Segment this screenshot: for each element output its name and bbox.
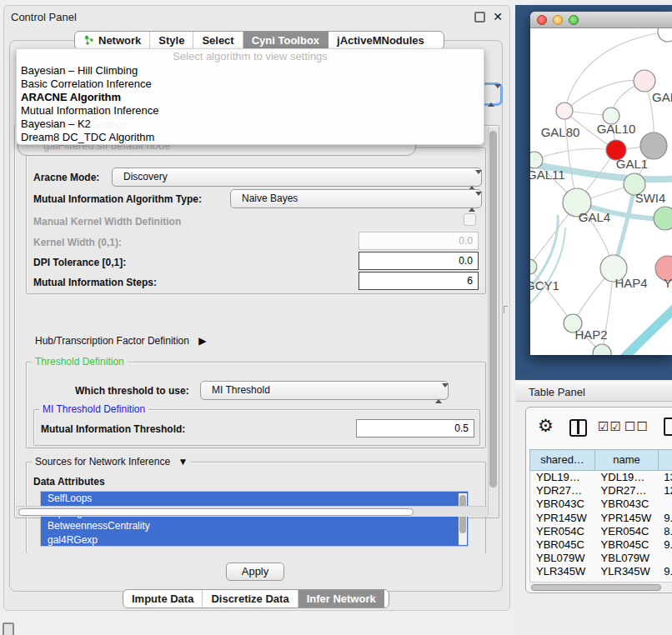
algorithm-option[interactable]: Bayesian – Hill Climbing bbox=[17, 64, 484, 78]
node-bright-green[interactable] bbox=[654, 207, 672, 230]
tab-jactivemnodules[interactable]: jActiveMNodules bbox=[328, 32, 433, 49]
table-row[interactable]: YBL079W YBL079W bbox=[530, 552, 672, 565]
aracne-mode-combo[interactable]: Discovery bbox=[112, 168, 482, 187]
table-row[interactable]: YBR043C YBR043C bbox=[530, 498, 672, 511]
cell-name[interactable]: YBR043C bbox=[595, 498, 659, 511]
table-row[interactable]: YPR145W YPR145W 9. bbox=[530, 512, 672, 525]
table-hscroll-thumb[interactable] bbox=[531, 584, 661, 591]
minimize-window-icon[interactable] bbox=[553, 15, 563, 25]
cell-shared[interactable]: YPR145W bbox=[530, 512, 595, 525]
select-all-checkboxes-icon[interactable]: ☑☑ bbox=[598, 419, 622, 434]
cell-name[interactable]: YPR145W bbox=[595, 512, 659, 525]
algorithm-option-selected[interactable]: ARACNE Algorithm bbox=[17, 91, 484, 104]
tab-discretize-data[interactable]: Discretize Data bbox=[203, 590, 298, 608]
settings-hscroll-thumb[interactable] bbox=[18, 508, 414, 516]
algorithm-option[interactable]: Bayesian – K2 bbox=[17, 118, 484, 131]
cell-shared[interactable]: YDR27… bbox=[530, 484, 595, 498]
node-gal80[interactable] bbox=[556, 102, 573, 119]
restore-panel-icon[interactable] bbox=[3, 622, 14, 635]
attribute-list-scrollbar[interactable] bbox=[459, 493, 467, 545]
table-row[interactable]: YBR045C YBR045C 9. bbox=[530, 538, 672, 552]
gear-icon[interactable]: ⚙ bbox=[538, 416, 554, 436]
node-gray[interactable] bbox=[640, 132, 667, 159]
node[interactable] bbox=[658, 28, 672, 42]
float-panel-icon[interactable] bbox=[474, 12, 485, 22]
network-window-titlebar[interactable] bbox=[530, 12, 672, 28]
cell-name[interactable]: YBL079W bbox=[595, 552, 659, 565]
splitter-handle[interactable] bbox=[504, 306, 508, 313]
manual-kernel-checkbox[interactable] bbox=[464, 213, 476, 226]
cell-value[interactable] bbox=[658, 552, 672, 565]
mi-threshold-field[interactable]: 0.5 bbox=[356, 419, 474, 438]
close-window-icon[interactable] bbox=[537, 15, 547, 25]
cell-shared[interactable]: YBL079W bbox=[530, 552, 595, 565]
cell-value[interactable]: 8. bbox=[658, 525, 672, 538]
cell-name[interactable]: YBR045C bbox=[595, 538, 659, 552]
network-canvas[interactable]: GAL GAL80 GAL10 GAL1 GAL11 SWI4 GAL4 GCY… bbox=[530, 28, 672, 355]
table-horizontal-scrollbar[interactable] bbox=[529, 582, 672, 592]
hub-definition-toggle[interactable]: Hub/Transcription Factor Definition ▶ bbox=[35, 335, 207, 347]
sources-group-title[interactable]: Sources for Network Inference ▼ bbox=[32, 456, 191, 468]
tab-network[interactable]: Network bbox=[75, 32, 150, 49]
deselect-all-checkboxes-icon[interactable]: ☐☐ bbox=[624, 419, 649, 434]
table-header-row: shared… name bbox=[529, 449, 672, 471]
tab-select[interactable]: Select bbox=[193, 32, 243, 49]
mi-steps-field[interactable]: 6 bbox=[359, 272, 479, 290]
column-header-name[interactable]: name bbox=[594, 449, 658, 471]
node-gal11[interactable] bbox=[530, 152, 543, 168]
table-row[interactable]: YLR345W YLR345W 9. bbox=[530, 565, 672, 578]
tab-cyni-toolbox[interactable]: Cyni Toolbox bbox=[243, 32, 328, 49]
attribute-item[interactable]: BetweennessCentrality bbox=[41, 519, 468, 533]
table-row[interactable]: YDR27… YDR27… 12 bbox=[530, 484, 672, 498]
table-row[interactable]: YDL19… YDL19… 13 bbox=[530, 471, 672, 484]
cell-value[interactable]: 13 bbox=[658, 471, 672, 484]
column-header-shared-name[interactable]: shared… bbox=[529, 449, 594, 471]
control-panel-title: Control Panel bbox=[11, 11, 474, 23]
cell-shared[interactable]: YLR345W bbox=[530, 565, 595, 578]
algorithm-option[interactable]: Basic Correlation Inference bbox=[17, 78, 484, 91]
cell-shared[interactable]: YDL19… bbox=[530, 471, 595, 484]
kernel-width-field[interactable]: 0.0 bbox=[359, 232, 479, 250]
tab-infer-network[interactable]: Infer Network bbox=[298, 590, 384, 608]
column-header-cut[interactable] bbox=[658, 449, 672, 471]
algorithm-option[interactable]: Dream8 DC_TDC Algorithm bbox=[17, 131, 484, 144]
which-threshold-combo[interactable]: MI Threshold bbox=[200, 381, 449, 400]
cell-shared[interactable]: YER054C bbox=[530, 525, 595, 538]
algorithm-option[interactable]: Mutual Information Inference bbox=[17, 104, 484, 118]
cell-name[interactable]: YLR345W bbox=[595, 565, 659, 578]
node-bottom[interactable] bbox=[593, 344, 611, 355]
tab-infer-network-label: Infer Network bbox=[307, 592, 376, 605]
settings-horizontal-scrollbar[interactable] bbox=[16, 506, 488, 517]
cell-name[interactable]: YDL19… bbox=[595, 471, 659, 484]
cell-shared[interactable]: YBR045C bbox=[530, 538, 595, 552]
attribute-item[interactable]: gal4RGexp bbox=[41, 533, 468, 548]
dpi-tolerance-field[interactable]: 0.0 bbox=[359, 252, 479, 270]
control-panel-titlebar[interactable]: Control Panel ✕ bbox=[4, 6, 509, 28]
zoom-window-icon[interactable] bbox=[569, 15, 579, 25]
settings-scroll-thumb[interactable] bbox=[489, 131, 497, 488]
columns-icon[interactable] bbox=[569, 419, 587, 437]
apply-button[interactable]: Apply bbox=[226, 562, 284, 581]
tab-style[interactable]: Style bbox=[150, 32, 193, 49]
algorithm-placeholder: Select algorithm to view settings bbox=[17, 49, 484, 64]
node-gcy1[interactable] bbox=[530, 259, 537, 274]
network-tab-icon bbox=[83, 35, 94, 46]
new-table-icon[interactable] bbox=[664, 418, 672, 436]
cell-value[interactable]: 12 bbox=[658, 484, 672, 498]
node-gal2[interactable] bbox=[634, 70, 655, 92]
mi-type-combo[interactable]: Naive Bayes bbox=[230, 189, 482, 208]
cell-shared[interactable]: YBR043C bbox=[530, 498, 595, 511]
close-panel-icon[interactable]: ✕ bbox=[493, 12, 503, 22]
cell-value[interactable] bbox=[658, 498, 672, 511]
cell-value[interactable]: 9. bbox=[658, 565, 672, 578]
attribute-item[interactable]: SelfLoops bbox=[41, 492, 468, 506]
node-label: HAP2 bbox=[574, 328, 607, 342]
table-row[interactable]: YER054C YER054C 8. bbox=[530, 525, 672, 538]
cell-name[interactable]: YER054C bbox=[595, 525, 659, 538]
cell-value[interactable]: 9. bbox=[658, 512, 672, 525]
cell-value[interactable]: 9. bbox=[658, 538, 672, 552]
settings-vertical-scrollbar[interactable] bbox=[488, 128, 498, 516]
threshold-definition-group: Threshold Definition Which threshold to … bbox=[26, 362, 486, 448]
tab-impute-data[interactable]: Impute Data bbox=[123, 590, 203, 608]
cell-name[interactable]: YDR27… bbox=[595, 484, 659, 498]
